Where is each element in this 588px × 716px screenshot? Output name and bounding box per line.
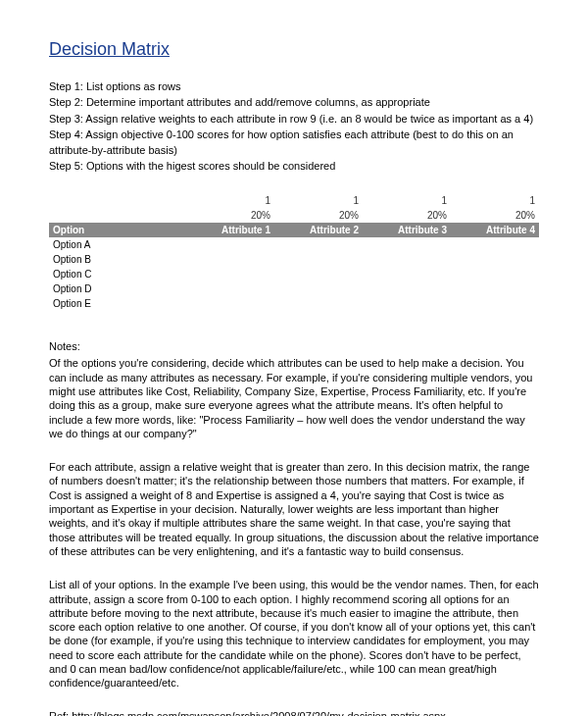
header-attr-3: Attribute 3 bbox=[363, 223, 451, 237]
option-c: Option C bbox=[49, 267, 186, 281]
percent-1: 20% bbox=[186, 208, 274, 223]
steps-list: Step 1: List options as rows Step 2: Det… bbox=[49, 79, 539, 174]
option-e: Option E bbox=[49, 296, 186, 311]
weight-1: 1 bbox=[186, 193, 274, 208]
percent-2: 20% bbox=[274, 208, 363, 223]
decision-matrix-table: 1 1 1 1 20% 20% 20% 20% Option Attribute… bbox=[49, 193, 539, 311]
weight-3: 1 bbox=[363, 193, 451, 208]
percent-row: 20% 20% 20% 20% bbox=[49, 208, 539, 223]
notes-para-1: Of the options you're considering, decid… bbox=[49, 356, 539, 440]
reference-link: Ref: http://blogs.msdn.com/mswanson/arch… bbox=[49, 710, 539, 716]
notes-heading: Notes: bbox=[49, 340, 539, 352]
weight-2: 1 bbox=[274, 193, 363, 208]
option-d: Option D bbox=[49, 281, 186, 296]
table-row: Option E bbox=[49, 296, 539, 311]
percent-3: 20% bbox=[363, 208, 451, 223]
option-b: Option B bbox=[49, 252, 186, 267]
table-row: Option A bbox=[49, 237, 539, 252]
header-attr-1: Attribute 1 bbox=[186, 223, 274, 237]
step-2: Step 2: Determine important attributes a… bbox=[49, 95, 539, 110]
step-1: Step 1: List options as rows bbox=[49, 79, 539, 94]
table-row: Option D bbox=[49, 281, 539, 296]
step-4: Step 4: Assign objective 0-100 scores fo… bbox=[49, 128, 539, 158]
step-3: Step 3: Assign relative weights to each … bbox=[49, 112, 539, 127]
header-attr-2: Attribute 2 bbox=[274, 223, 363, 237]
option-a: Option A bbox=[49, 237, 186, 252]
step-5: Step 5: Options with the higest scores s… bbox=[49, 159, 539, 174]
percent-4: 20% bbox=[451, 208, 539, 223]
header-attr-4: Attribute 4 bbox=[451, 223, 539, 237]
notes-para-3: List all of your options. In the example… bbox=[49, 578, 539, 690]
notes-para-2: For each attribute, assign a relative we… bbox=[49, 460, 539, 558]
header-row: Option Attribute 1 Attribute 2 Attribute… bbox=[49, 223, 539, 237]
page-title: Decision Matrix bbox=[49, 39, 539, 60]
weights-row: 1 1 1 1 bbox=[49, 193, 539, 208]
header-option: Option bbox=[49, 223, 186, 237]
weight-4: 1 bbox=[451, 193, 539, 208]
table-row: Option C bbox=[49, 267, 539, 281]
table-row: Option B bbox=[49, 252, 539, 267]
